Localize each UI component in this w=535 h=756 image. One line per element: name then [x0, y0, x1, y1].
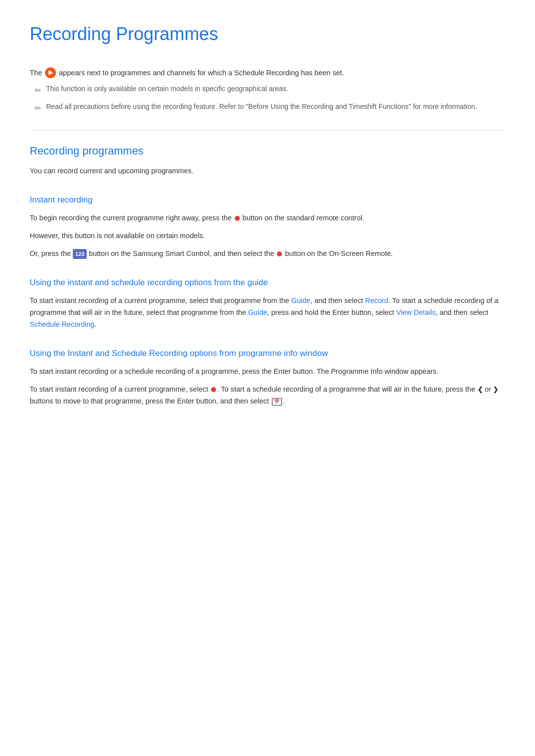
section-title: Recording programmes — [30, 142, 505, 159]
view-details-link[interactable]: View Details — [396, 308, 436, 316]
or-text: or — [485, 385, 491, 393]
guide-link-2[interactable]: Guide — [248, 308, 268, 316]
note-item-1: ✏ This function is only available on cer… — [30, 84, 505, 97]
arrow-right-icon: ❯ — [493, 384, 498, 395]
schedule-icon-inline: 📅 — [272, 398, 282, 405]
section-divider — [30, 130, 505, 130]
section-description: You can record current and upcoming prog… — [30, 165, 505, 177]
note-text-2: Read all precautions before using the re… — [46, 101, 477, 112]
programme-info-title: Using the Instant and Schedule Recording… — [30, 347, 505, 360]
programme-info-para-2: To start instant recording of a current … — [30, 384, 505, 407]
guide-options-title: Using the instant and schedule recording… — [30, 276, 505, 289]
arrow-left-icon: ❮ — [478, 384, 483, 395]
instant-recording-para-2: However, this button is not available on… — [30, 230, 505, 242]
schedule-icon: ▶ — [45, 67, 56, 78]
note-item-2: ✏ Read all precautions before using the … — [30, 101, 505, 115]
pencil-icon-1: ✏ — [35, 84, 41, 97]
pencil-icon-2: ✏ — [35, 102, 41, 115]
instant-recording-para-3: Or, press the 123 button on the Samsung … — [30, 248, 505, 260]
intro-after-text: appears next to programmes and channels … — [59, 67, 344, 79]
recording-programmes-section: Recording programmes You can record curr… — [30, 142, 505, 407]
programme-info-subsection: Using the Instant and Schedule Recording… — [30, 347, 505, 407]
guide-link-1[interactable]: Guide — [291, 297, 311, 304]
instant-recording-para-1: To begin recording the current programme… — [30, 212, 505, 224]
intro-line: The ▶ appears next to programmes and cha… — [30, 67, 505, 79]
num-badge: 123 — [73, 249, 87, 259]
programme-info-para-1: To start instant recording or a schedule… — [30, 366, 505, 378]
intro-before-text: The — [30, 67, 42, 79]
guide-options-subsection: Using the instant and schedule recording… — [30, 276, 505, 331]
instant-recording-subsection: Instant recording To begin recording the… — [30, 193, 505, 260]
guide-options-para-1: To start instant recording of a current … — [30, 295, 505, 331]
instant-recording-title: Instant recording — [30, 193, 505, 206]
record-link[interactable]: Record — [365, 297, 388, 304]
red-dot-1 — [235, 216, 240, 221]
red-dot-3 — [211, 387, 216, 392]
page-title: Recording Programmes — [30, 20, 505, 53]
red-dot-2 — [277, 252, 282, 256]
intro-section: The ▶ appears next to programmes and cha… — [30, 67, 505, 115]
schedule-recording-link[interactable]: Schedule Recording — [30, 320, 95, 328]
note-text-1: This function is only available on certa… — [46, 84, 288, 94]
